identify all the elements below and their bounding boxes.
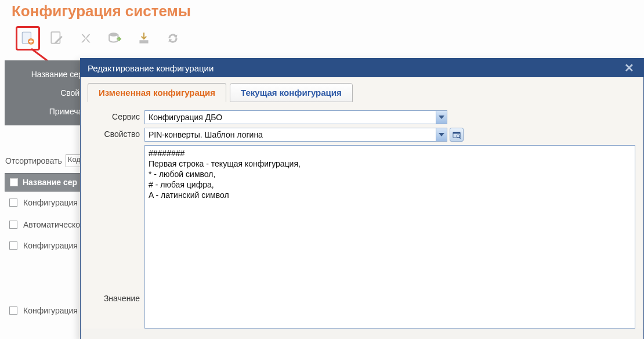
sort-label: Отсортировать xyxy=(5,156,62,165)
page-title: Конфигурация системы xyxy=(12,2,191,20)
service-combo[interactable]: Конфигурация ДБО xyxy=(144,110,447,124)
toolbar xyxy=(19,29,182,48)
service-combo-trigger[interactable] xyxy=(436,111,447,124)
dialog-close-button[interactable]: ✕ xyxy=(622,61,636,75)
dialog-tabs: Измененная конфигурация Текущая конфигур… xyxy=(88,83,636,102)
lookup-icon xyxy=(453,131,461,139)
sort-row: Отсортировать Код xyxy=(5,154,88,167)
tab-changed-config[interactable]: Измененная конфигурация xyxy=(88,83,226,102)
field-service: Сервис Конфигурация ДБО xyxy=(88,110,636,124)
chevron-down-icon xyxy=(439,132,444,137)
row-label: Конфигурация xyxy=(23,198,78,207)
refresh-icon xyxy=(165,31,180,46)
document-plus-icon xyxy=(20,31,35,46)
toolbar-download-button[interactable] xyxy=(135,29,153,48)
dialog-body: Измененная конфигурация Текущая конфигур… xyxy=(81,77,643,329)
property-combo-trigger[interactable] xyxy=(436,128,447,141)
delete-x-icon xyxy=(78,31,93,46)
toolbar-refresh-button[interactable] xyxy=(164,29,182,48)
toolbar-new-button[interactable] xyxy=(16,26,40,51)
label-property: Свойство xyxy=(88,128,144,139)
upload-db-icon xyxy=(107,31,122,46)
row-checkbox[interactable] xyxy=(9,199,17,207)
field-value: Значение xyxy=(88,145,636,329)
dialog-title: Редактирование конфигурации xyxy=(88,63,214,73)
row-label: Конфигурация xyxy=(23,306,78,315)
row-checkbox[interactable] xyxy=(9,221,17,229)
toolbar-delete-button[interactable] xyxy=(77,29,95,48)
grid-header-checkbox[interactable] xyxy=(10,178,18,186)
field-property: Свойство PIN-конверты. Шаблон логина xyxy=(88,128,636,142)
label-service: Сервис xyxy=(88,110,144,121)
grid-header-label: Название сер xyxy=(23,178,77,187)
tab-current-config[interactable]: Текущая конфигурация xyxy=(230,83,353,102)
svg-rect-7 xyxy=(453,132,460,134)
svg-rect-4 xyxy=(139,40,148,43)
label-value: Значение xyxy=(88,171,144,303)
row-checkbox[interactable] xyxy=(9,306,17,315)
svg-point-3 xyxy=(109,33,118,37)
value-textarea[interactable] xyxy=(144,145,635,329)
row-label: Автоматическо xyxy=(23,220,80,229)
download-icon xyxy=(136,31,151,46)
chevron-down-icon xyxy=(439,115,444,120)
close-icon: ✕ xyxy=(624,62,634,74)
property-combo[interactable]: PIN-конверты. Шаблон логина xyxy=(144,128,447,142)
edit-config-dialog: Редактирование конфигурации ✕ Измененная… xyxy=(80,58,644,339)
document-edit-icon xyxy=(49,31,64,46)
row-label: Конфигурация xyxy=(23,241,78,250)
service-combo-text[interactable]: Конфигурация ДБО xyxy=(145,111,436,124)
toolbar-edit-button[interactable] xyxy=(48,29,66,48)
dialog-header[interactable]: Редактирование конфигурации ✕ xyxy=(81,59,643,77)
toolbar-upload-button[interactable] xyxy=(106,29,124,48)
property-combo-text[interactable]: PIN-конверты. Шаблон логина xyxy=(145,128,436,141)
row-checkbox[interactable] xyxy=(9,241,17,250)
property-lookup-button[interactable] xyxy=(450,128,464,142)
